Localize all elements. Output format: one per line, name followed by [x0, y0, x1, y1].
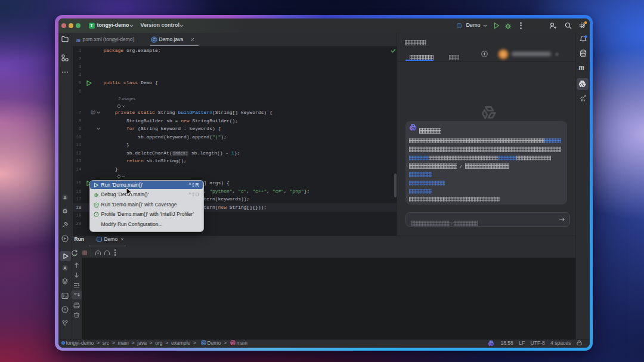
svg-text:C: C [152, 38, 155, 42]
svg-text:C: C [95, 203, 97, 206]
svg-text:m: m [231, 341, 234, 345]
svg-text:m: m [76, 37, 80, 43]
svg-text:A: A [63, 265, 66, 270]
svg-text:C: C [202, 341, 205, 345]
